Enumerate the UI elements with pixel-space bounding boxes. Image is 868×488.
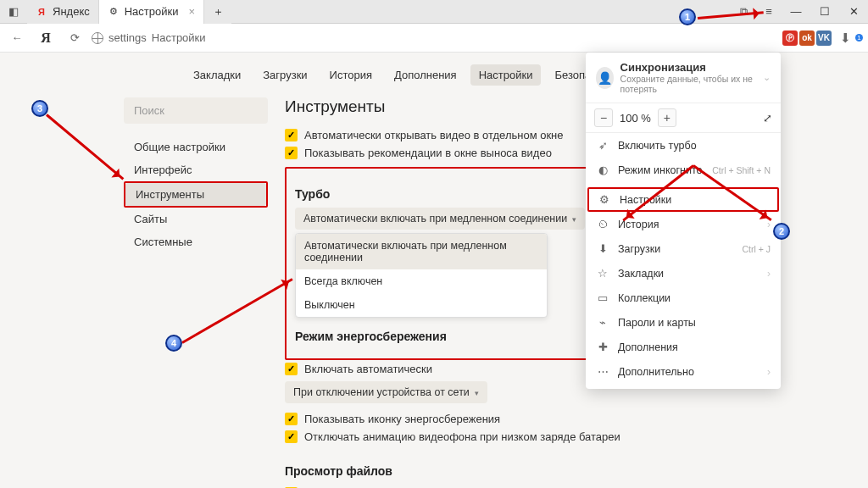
sync-title: Синхронизация (620, 61, 756, 74)
menu-item-bookmarks[interactable]: ☆Закладки› (586, 261, 781, 286)
checkbox-row[interactable]: ✓Отключать анимацию видеофона при низком… (285, 428, 726, 446)
tab-label: Настройки (125, 5, 179, 18)
menu-label: Включить турбо (618, 140, 697, 152)
checkbox-label: Показывать рекомендации в окне выноса ви… (304, 147, 552, 159)
menu-sync-row[interactable]: 👤 Синхронизация Сохраните данные, чтобы … (586, 53, 781, 103)
menu-item-turbo[interactable]: ➶Включить турбо (586, 133, 781, 158)
chevron-right-icon: › (767, 268, 771, 280)
checkbox-label: Автоматически открывать видео в отдельно… (304, 129, 564, 141)
checkbox-row[interactable]: ✓Открывать в браузере PDF-файлы (285, 485, 726, 488)
menu-label: Закладки (618, 268, 664, 280)
rocket-icon: ➶ (596, 139, 609, 152)
download-icon: ⬇ (596, 242, 609, 255)
sidebar-item-general[interactable]: Общие настройки (124, 136, 268, 158)
url-segment: settings (108, 31, 147, 44)
select-value: Автоматически включать при медленном сое… (303, 213, 567, 225)
reload-icon[interactable]: ⟳ (63, 26, 86, 50)
url-segment: Настройки (152, 31, 206, 44)
tab-settings[interactable]: ⚙ Настройки × (99, 0, 204, 24)
section-title-files: Просмотр файлов (285, 464, 726, 478)
fullscreen-icon[interactable]: ⤢ (763, 112, 772, 125)
menu-label: Настройки (620, 194, 671, 206)
more-icon: ⋯ (596, 365, 609, 378)
zoom-in-button[interactable]: + (658, 108, 676, 127)
window-close-icon[interactable]: ✕ (839, 0, 868, 24)
chevron-right-icon: › (767, 219, 771, 230)
new-tab-button[interactable]: ＋ (204, 0, 231, 24)
checkbox-label: Показывать иконку энергосбережения (304, 413, 500, 425)
chevron-right-icon: › (767, 366, 771, 378)
url-field[interactable]: settings Настройки (92, 31, 206, 44)
hamburger-menu-icon[interactable]: ≡ (756, 0, 782, 24)
sidebar-item-interface[interactable]: Интерфейс (124, 158, 268, 181)
key-icon: ⌁ (596, 316, 609, 329)
sidebar-item-tools[interactable]: Инструменты (125, 183, 266, 206)
gear-icon: ⚙ (108, 6, 120, 18)
sidebar-toggle-icon[interactable]: ◧ (0, 0, 27, 24)
dropdown-option[interactable]: Всегда включен (296, 269, 547, 293)
window-maximize-icon[interactable]: ☐ (810, 0, 839, 24)
menu-item-downloads[interactable]: ⬇ЗагрузкиCtrl + J (586, 236, 781, 261)
sidebar-item-sites[interactable]: Сайты (124, 208, 268, 230)
menu-label: Дополнительно (618, 366, 694, 378)
turbo-mode-dropdown: Автоматически включать при медленном сое… (295, 233, 548, 318)
checkbox-label: Включать автоматически (304, 363, 432, 375)
checkbox-checked-icon: ✓ (285, 363, 298, 375)
menu-label: Загрузки (618, 243, 660, 255)
close-icon[interactable]: × (188, 5, 195, 18)
ext-badge-icon[interactable]: VK (816, 30, 832, 46)
sync-subtitle: Сохраните данные, чтобы их не потерять (620, 74, 756, 94)
menu-label: История (618, 219, 659, 230)
clock-icon: ⏲ (596, 218, 609, 230)
menu-shortcut: Ctrl + Shift + N (712, 165, 771, 175)
tab-yandex[interactable]: Я Яндекс (27, 0, 99, 24)
window-minimize-icon[interactable]: — (782, 0, 810, 24)
dropdown-option[interactable]: Автоматически включать при медленном сое… (296, 234, 547, 269)
ext-badge-icon[interactable]: Ⓟ (782, 30, 798, 46)
download-count-badge: 1 (855, 34, 863, 42)
ext-badge-icon[interactable]: ok (799, 30, 815, 46)
menu-label: Режим инкогнито (618, 164, 702, 176)
address-bar: ← Я ⟳ settings Настройки Ⓟ ok VK ⬇ 1 (0, 24, 868, 53)
menu-item-passwords[interactable]: ⌁Пароли и карты (586, 310, 781, 335)
checkbox-checked-icon: ✓ (285, 147, 298, 159)
turbo-mode-select[interactable]: Автоматически включать при медленном сое… (295, 208, 585, 230)
chevron-down-icon: ⌄ (763, 72, 771, 83)
titlebar-right: ⧉ ≡ — ☐ ✕ (731, 0, 868, 24)
menu-item-settings[interactable]: ⚙Настройки (587, 187, 779, 212)
zoom-out-button[interactable]: − (594, 108, 613, 127)
nav-addons[interactable]: Дополнения (386, 64, 465, 86)
nav-downloads[interactable]: Загрузки (254, 64, 315, 86)
yandex-logo-icon[interactable]: Я (34, 26, 58, 50)
nav-settings[interactable]: Настройки (470, 64, 542, 86)
menu-item-incognito[interactable]: ◐Режим инкогнитоCtrl + Shift + N (586, 158, 781, 182)
select-value: При отключении устройства от сети (293, 386, 470, 398)
back-icon[interactable]: ← (5, 26, 29, 50)
dropdown-option[interactable]: Выключен (296, 293, 547, 317)
menu-item-addons[interactable]: ✚Дополнения (586, 335, 781, 359)
sidebar-search[interactable]: Поиск (124, 97, 268, 124)
incognito-icon: ◐ (596, 164, 609, 176)
nav-history[interactable]: История (321, 64, 381, 86)
menu-label: Пароли и карты (618, 317, 696, 329)
menu-item-collections[interactable]: ▭Коллекции (586, 286, 781, 310)
menu-zoom-row: − 100 % + ⤢ (586, 103, 781, 133)
chevron-down-icon: ▾ (475, 389, 479, 397)
avatar-icon: 👤 (596, 67, 614, 89)
annotation-highlight: Инструменты (124, 181, 268, 208)
checkbox-row[interactable]: ✓Показывать иконку энергосбережения (285, 410, 726, 428)
app-button-icon[interactable]: ⧉ (731, 0, 756, 24)
nav-bookmarks[interactable]: Закладки (185, 64, 249, 86)
address-bar-right: Ⓟ ok VK ⬇ 1 (782, 26, 863, 50)
checkbox-checked-icon: ✓ (285, 413, 298, 425)
power-mode-select[interactable]: При отключении устройства от сети▾ (285, 381, 487, 403)
sidebar-item-system[interactable]: Системные (124, 230, 268, 253)
menu-item-history[interactable]: ⏲История› (586, 212, 781, 236)
tab-label: Яндекс (53, 5, 90, 18)
settings-sidebar: Поиск Общие настройки Интерфейс Инструме… (124, 97, 268, 488)
chevron-down-icon: ▾ (572, 215, 576, 224)
settings-page: Закладки Загрузки История Дополнения Нас… (0, 53, 868, 488)
checkbox-label: Отключать анимацию видеофона при низком … (304, 430, 620, 443)
menu-item-more[interactable]: ⋯Дополнительно› (586, 359, 781, 384)
download-icon[interactable]: ⬇ (833, 26, 857, 50)
